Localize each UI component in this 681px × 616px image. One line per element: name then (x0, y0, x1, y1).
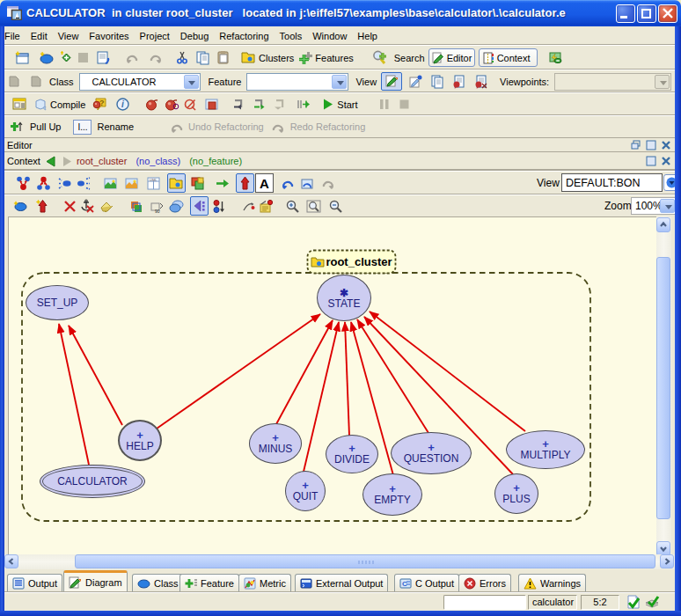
svg-text:90: 90 (155, 209, 160, 214)
svg-text:UML: UML (150, 177, 157, 181)
svg-text:i: i (121, 99, 124, 109)
